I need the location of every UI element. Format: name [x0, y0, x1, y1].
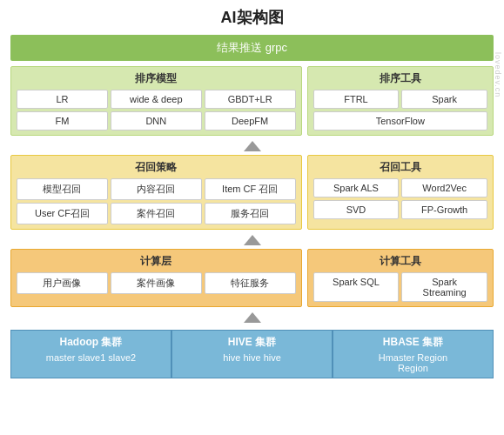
cell-ftrl: FTRL	[313, 90, 400, 109]
bottom-panel-hadoop: Hadoop 集群 master slave1 slave2	[10, 330, 171, 378]
panel-ranking-model-header: 排序模型	[17, 71, 296, 86]
recall-tools-grid: Spark ALS Word2Vec SVD FP-Growth	[313, 178, 487, 219]
arrow-up-icon-3	[244, 312, 261, 323]
compute-tools-grid: Spark SQL SparkStreaming	[313, 272, 487, 302]
cell-usercf-recall: User CF召回	[17, 203, 108, 224]
panel-recall-tools-header: 召回工具	[313, 160, 487, 175]
cell-user-portrait: 用户画像	[17, 272, 108, 294]
cell-lr: LR	[17, 90, 108, 109]
ranking-model-grid: LR wide & deep GBDT+LR FM DNN DeepFM	[17, 90, 296, 130]
bottom-hbase-header: HBASE 集群	[339, 335, 487, 350]
sections-container: 排序模型 LR wide & deep GBDT+LR FM DNN DeepF…	[10, 66, 494, 378]
arrow-up-icon-2	[244, 235, 261, 245]
cell-content-recall: 内容召回	[111, 178, 202, 200]
arrow-2	[10, 234, 494, 246]
panel-compute-layer-header: 计算层	[17, 254, 296, 269]
cell-case-recall: 案件召回	[111, 203, 202, 224]
bottom-row: Hadoop 集群 master slave1 slave2 HIVE 集群 h…	[10, 330, 494, 378]
arrow-up-icon-1	[244, 141, 261, 151]
cell-case-portrait: 案件画像	[111, 272, 202, 294]
panel-ranking-tools-header: 排序工具	[313, 71, 487, 86]
cell-fm: FM	[17, 111, 108, 130]
panel-ranking-tools: 排序工具 FTRL Spark TensorFlow	[307, 66, 494, 136]
bottom-panel-hbase: HBASE 集群 Hmaster RegionRegion	[333, 330, 494, 378]
section-recall: 召回策略 模型召回 内容召回 Item CF 召回 User CF召回 案件召回…	[10, 155, 494, 230]
bottom-hadoop-header: Hadoop 集群	[17, 335, 165, 350]
cell-gbdt-lr: GBDT+LR	[205, 90, 296, 109]
cell-model-recall: 模型召回	[17, 178, 108, 200]
cell-svd: SVD	[313, 200, 400, 219]
cell-deepfm: DeepFM	[205, 111, 296, 130]
section-ranking: 排序模型 LR wide & deep GBDT+LR FM DNN DeepF…	[10, 66, 494, 136]
cell-fp-growth: FP-Growth	[401, 200, 487, 219]
cell-tensorflow: TensorFlow	[313, 111, 487, 130]
bottom-hbase-content: Hmaster RegionRegion	[339, 352, 487, 373]
cell-wide-deep: wide & deep	[111, 90, 202, 109]
arrow-1	[10, 140, 494, 152]
bottom-hive-content: hive hive hive	[178, 352, 326, 363]
panel-compute-layer: 计算层 用户画像 案件画像 特征服务	[10, 249, 302, 307]
recall-strategy-grid: 模型召回 内容召回 Item CF 召回 User CF召回 案件召回 服务召回	[17, 178, 296, 224]
cell-dnn: DNN	[111, 111, 202, 130]
cell-spark-streaming: SparkStreaming	[401, 272, 487, 302]
panel-ranking-model: 排序模型 LR wide & deep GBDT+LR FM DNN DeepF…	[10, 66, 302, 136]
cell-itemcf-recall: Item CF 召回	[205, 178, 296, 200]
cell-word2vec: Word2Vec	[401, 178, 487, 197]
page-title: AI架构图	[10, 7, 494, 28]
cell-service-recall: 服务召回	[205, 203, 296, 224]
bottom-hadoop-content: master slave1 slave2	[17, 352, 165, 363]
panel-recall-strategy-header: 召回策略	[17, 160, 296, 175]
cell-spark: Spark	[401, 90, 487, 109]
arrow-3	[10, 311, 494, 324]
watermark: lovedev.cn	[494, 52, 502, 97]
panel-compute-tools-header: 计算工具	[313, 254, 487, 269]
compute-layer-grid: 用户画像 案件画像 特征服务	[17, 272, 296, 294]
bottom-panel-hive: HIVE 集群 hive hive hive	[171, 330, 333, 378]
page-wrapper: AI架构图 结果推送 grpc 排序模型 LR wide & deep GBDT…	[0, 0, 504, 385]
section-compute: 计算层 用户画像 案件画像 特征服务 计算工具 Spark SQL SparkS…	[10, 249, 494, 307]
cell-spark-sql: Spark SQL	[313, 272, 400, 302]
cell-spark-als: Spark ALS	[313, 178, 400, 197]
ranking-tools-grid: FTRL Spark TensorFlow	[313, 90, 487, 130]
bottom-hive-header: HIVE 集群	[178, 335, 326, 350]
panel-recall-strategy: 召回策略 模型召回 内容召回 Item CF 召回 User CF召回 案件召回…	[10, 155, 302, 230]
panel-recall-tools: 召回工具 Spark ALS Word2Vec SVD FP-Growth	[307, 155, 494, 230]
cell-feature-service: 特征服务	[205, 272, 296, 294]
panel-compute-tools: 计算工具 Spark SQL SparkStreaming	[307, 249, 494, 307]
grpc-bar: 结果推送 grpc	[10, 35, 494, 61]
